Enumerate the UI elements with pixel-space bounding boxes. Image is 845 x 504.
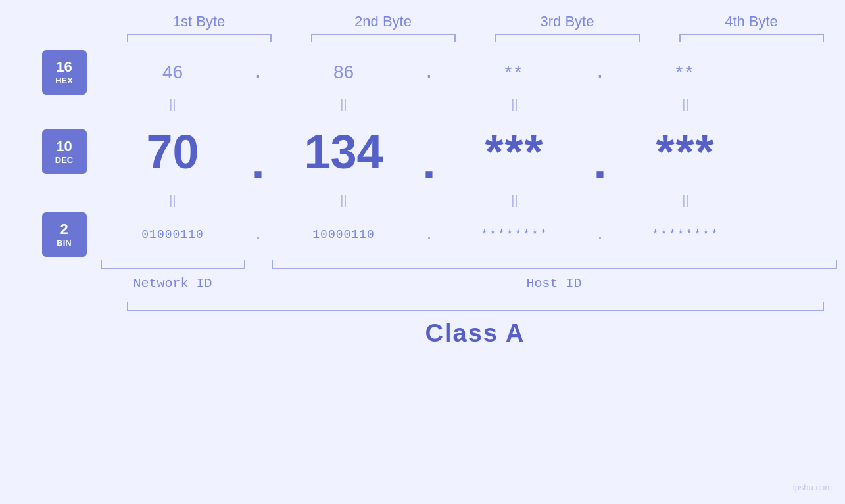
network-bracket <box>101 260 245 269</box>
byte2-header: 2nd Byte <box>311 13 456 30</box>
watermark: ipshu.com <box>793 482 832 492</box>
bin-dot2: . <box>425 227 433 242</box>
equals5: || <box>169 193 176 207</box>
hex-row: 46 . 86 . ** . ** <box>101 53 837 92</box>
hex-b1: 46 <box>162 62 183 82</box>
equals4: || <box>682 97 688 111</box>
bracket-byte4 <box>679 34 824 42</box>
bracket-byte2 <box>311 34 456 42</box>
id-labels: Network ID Host ID <box>101 276 837 296</box>
equals-row-2: || || || || <box>101 188 837 212</box>
class-label-container: Class A <box>127 319 824 348</box>
equals8: || <box>682 193 688 207</box>
badges-column: 16 HEX 10 DEC 2 BIN <box>9 53 101 258</box>
dec-dot3: . <box>593 135 606 188</box>
dec-dot1: . <box>251 135 264 188</box>
bin-b1: 01000110 <box>141 228 203 241</box>
byte4-header: 4th Byte <box>679 13 824 30</box>
bin-dot3: . <box>596 227 604 242</box>
dec-row: 70 . 134 . *** . *** <box>101 116 837 188</box>
host-id-label: Host ID <box>526 276 581 291</box>
host-bracket <box>272 260 837 269</box>
hex-badge: 16 HEX <box>42 50 87 95</box>
dec-badge: 10 DEC <box>42 129 87 174</box>
hex-b4: ** <box>676 62 696 82</box>
equals7: || <box>511 193 518 207</box>
hex-dot1: . <box>253 62 264 83</box>
full-bottom-bracket <box>127 302 824 311</box>
dec-dot2: . <box>422 135 435 188</box>
equals6: || <box>340 193 347 207</box>
network-id-label: Network ID <box>133 276 212 291</box>
bin-dot1: . <box>254 227 262 242</box>
bottom-brackets-row <box>101 260 837 272</box>
byte1-header: 1st Byte <box>127 13 272 30</box>
bin-b4: ******** <box>652 228 719 241</box>
class-label: Class A <box>425 319 525 347</box>
equals1: || <box>169 97 176 111</box>
equals3: || <box>511 97 518 111</box>
equals2: || <box>340 97 347 111</box>
hex-b3: ** <box>505 62 525 82</box>
bin-row: 01000110 . 10000110 . ******** . <box>101 212 837 258</box>
hex-dot2: . <box>423 62 435 83</box>
bin-b2: 10000110 <box>312 228 374 241</box>
bracket-byte3 <box>495 34 640 42</box>
bin-badge: 2 BIN <box>42 212 87 257</box>
data-columns: 46 . 86 . ** . ** <box>101 53 837 296</box>
dec-b4: *** <box>656 126 715 178</box>
bin-b3: ******** <box>481 228 548 241</box>
hex-dot3: . <box>594 62 606 83</box>
main-container: 1st Byte 2nd Byte 3rd Byte 4th Byte 16 H… <box>0 0 845 504</box>
byte3-header: 3rd Byte <box>495 13 640 30</box>
dec-b2: 134 <box>304 126 383 178</box>
dec-b1: 70 <box>146 126 199 178</box>
dec-b3: *** <box>485 126 544 178</box>
equals-row-1: || || || || <box>101 92 837 116</box>
hex-b2: 86 <box>333 62 354 82</box>
bracket-byte1 <box>127 34 272 42</box>
